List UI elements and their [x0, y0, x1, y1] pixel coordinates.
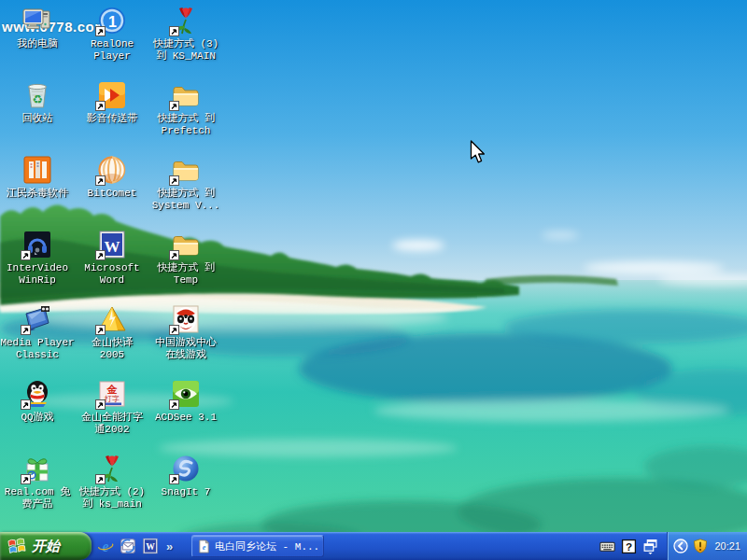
shortcut-arrow-overlay [169, 325, 179, 335]
svg-text:?: ? [626, 539, 632, 552]
shortcut-arrow-overlay [21, 325, 31, 335]
shortcut-arrow-overlay [21, 474, 31, 484]
task-button-label: 电白同乡论坛 - M... [215, 539, 318, 553]
svg-text:W: W [105, 238, 120, 256]
shortcut-arrow-overlay [95, 399, 106, 410]
language-bar-restore-icon[interactable] [642, 539, 658, 554]
language-status-icons: ? [599, 532, 658, 560]
svg-text:e: e [103, 539, 109, 554]
shortcut-arrow-overlay [95, 250, 106, 260]
desktop-icon-label: 快捷方式 到 Temp [137, 262, 234, 287]
svg-text:打字: 打字 [104, 395, 120, 403]
desktop-screen: www.0778.com 我的电脑 1 RealOne Player [0, 0, 747, 560]
quick-launch-internet-explorer-icon[interactable]: e [97, 538, 114, 554]
recycle-icon: ♻ [22, 80, 52, 110]
shortcut-arrow-overlay [169, 26, 179, 36]
mouse-cursor [470, 140, 486, 164]
svg-text:1: 1 [108, 14, 117, 30]
svg-text:♻: ♻ [32, 92, 43, 106]
input-method-help-icon[interactable]: ? [621, 539, 637, 554]
shortcut-arrow-overlay [169, 399, 179, 410]
shortcut-arrow-overlay [21, 250, 31, 260]
shortcut-arrow-overlay [95, 101, 106, 111]
hide-inactive-icons-icon[interactable] [673, 539, 688, 553]
desktop-icon-label: 中国游戏中心 在线游戏 [137, 337, 234, 361]
desktop-icon-label: ACDSee 3.1 [137, 412, 234, 424]
shortcut-arrow-overlay [21, 399, 31, 410]
desktop-icon-acdsee-31[interactable]: ACDSee 3.1 [137, 379, 234, 424]
desktop-icon-snagit-7[interactable]: SnagIt 7 [137, 454, 234, 498]
quick-launch-bar: eW» [97, 532, 173, 560]
shortcut-arrow-overlay [169, 250, 179, 260]
shortcut-arrow-overlay [95, 26, 106, 36]
shortcut-arrow-overlay [95, 474, 106, 484]
tray-clock[interactable]: 20:21 [714, 540, 740, 552]
desktop-icon-label: 快捷方式 (3) 到 KS_MAIN [137, 38, 234, 63]
windows-logo-icon [7, 536, 27, 556]
keyboard-indicator-icon[interactable] [599, 539, 615, 554]
svg-text:金: 金 [106, 384, 119, 395]
desktop-icon-china-game-center[interactable]: 中国游戏中心 在线游戏 [137, 304, 234, 361]
ie-page-icon: e [197, 539, 211, 553]
desktop-icon-label: SnagIt 7 [137, 486, 234, 498]
svg-text:e: e [203, 542, 206, 552]
desktop-icon-shortcut-3-ks-main[interactable]: 快捷方式 (3) 到 KS_MAIN [137, 6, 234, 63]
task-button-forum-window[interactable]: e 电白同乡论坛 - M... [191, 535, 324, 557]
start-button[interactable]: 开始 [0, 532, 92, 560]
quick-launch-microsoft-word-icon[interactable]: W [142, 538, 159, 554]
desktop-icon-shortcut-prefetch[interactable]: 快捷方式 到 Prefetch [137, 80, 234, 137]
system-tray: 20:21 [667, 532, 747, 560]
desktop-icon-shortcut-temp[interactable]: 快捷方式 到 Temp [137, 230, 234, 287]
shortcut-arrow-overlay [95, 175, 106, 186]
desktop-icon-label: 快捷方式 到 Prefetch [137, 113, 234, 137]
shortcut-arrow-overlay [169, 175, 179, 186]
desktop-icon-label: 快捷方式 到 System V... [137, 188, 234, 212]
shortcut-arrow-overlay [95, 325, 106, 335]
desktop-icon-shortcut-system-v[interactable]: 快捷方式 到 System V... [137, 155, 234, 212]
taskbar: 开始 eW» e 电白同乡论坛 - M... ? 20:21 [0, 532, 747, 560]
computer-icon [22, 6, 52, 35]
shortcut-arrow-overlay [169, 474, 179, 484]
shortcut-arrow-overlay [169, 101, 179, 111]
quick-launch-overflow-chevron[interactable]: » [166, 539, 173, 553]
security-alerts-shield-icon[interactable] [693, 539, 708, 553]
start-button-label: 开始 [32, 538, 69, 555]
svg-text:W: W [146, 541, 155, 552]
jiangmin-icon [22, 155, 52, 185]
quick-launch-outlook-express-icon[interactable] [120, 538, 136, 554]
